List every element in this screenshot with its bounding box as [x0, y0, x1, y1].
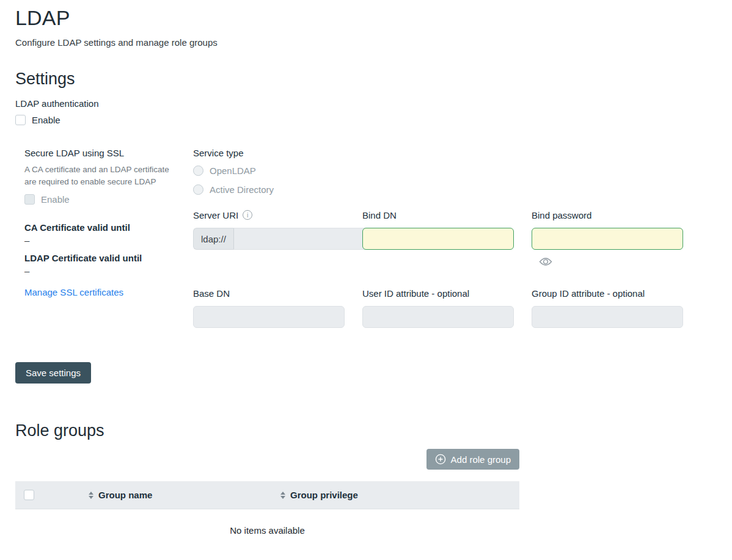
active-directory-radio-label: Active Directory [210, 184, 274, 195]
plus-circle-icon [435, 454, 446, 465]
server-uri-label: Server URI [193, 210, 238, 220]
server-uri-prefix: ldap:// [193, 228, 234, 250]
secure-ldap-enable-row: Enable [24, 193, 177, 205]
settings-grid: Secure LDAP using SSL A CA certificate a… [15, 148, 732, 328]
ldap-enable-row[interactable]: Enable [15, 114, 732, 126]
server-uri-input-group: ldap:// [193, 228, 345, 250]
sort-icon[interactable] [280, 492, 285, 499]
user-id-attribute-field-group: User ID attribute - optional [362, 286, 514, 328]
bind-dn-label-row: Bind DN [362, 208, 514, 222]
manage-ssl-certificates-link[interactable]: Manage SSL certificates [24, 287, 123, 297]
add-role-group-label: Add role group [451, 454, 511, 465]
group-id-attribute-field-group: Group ID attribute - optional [532, 286, 683, 328]
table-empty-message: No items available [15, 525, 519, 536]
sort-icon[interactable] [89, 492, 93, 499]
base-dn-label: Base DN [193, 288, 230, 299]
ldap-enable-label: Enable [32, 115, 60, 125]
role-groups-table-area: Add role group Group name Group privileg… [15, 449, 519, 536]
service-type-openldap-row: OpenLDAP [193, 164, 683, 177]
group-name-column-label: Group name [98, 490, 152, 500]
base-dn-input[interactable] [193, 306, 345, 328]
service-type-ad-row: Active Directory [193, 183, 683, 196]
role-groups-heading: Role groups [15, 421, 732, 440]
toggle-password-visibility-button[interactable] [539, 257, 552, 268]
ldap-cert-valid-label: LDAP Certificate valid until [24, 253, 177, 263]
bind-dn-input[interactable] [362, 228, 514, 250]
select-all-checkbox[interactable] [24, 490, 34, 500]
secure-ldap-enable-checkbox[interactable] [24, 194, 35, 205]
bind-password-field-group: Bind password [532, 208, 683, 269]
group-id-attribute-label: Group ID attribute - optional [532, 288, 645, 299]
info-icon[interactable] [243, 210, 252, 220]
service-type-label: Service type [193, 148, 683, 158]
secure-ldap-label: Secure LDAP using SSL [24, 148, 177, 158]
add-role-group-button[interactable]: Add role group [426, 449, 519, 470]
ldap-authentication-label: LDAP authentication [15, 98, 732, 109]
ldap-settings-form: Service type OpenLDAP Active Directory S… [193, 148, 683, 328]
bind-password-input[interactable] [532, 228, 683, 250]
group-privilege-column-header[interactable]: Group privilege [280, 490, 519, 500]
bind-dn-label: Bind DN [362, 210, 397, 220]
group-id-attribute-label-row: Group ID attribute - optional [532, 286, 683, 300]
service-type-block: Service type OpenLDAP Active Directory [193, 148, 683, 196]
active-directory-radio[interactable] [193, 184, 203, 195]
user-id-attribute-label-row: User ID attribute - optional [362, 286, 514, 300]
eye-icon [539, 257, 552, 266]
settings-heading: Settings [15, 70, 732, 89]
user-id-attribute-label: User ID attribute - optional [362, 288, 469, 299]
group-name-column-header[interactable]: Group name [89, 490, 280, 500]
bind-dn-field-group: Bind DN [362, 208, 514, 250]
secure-ldap-panel: Secure LDAP using SSL A CA certificate a… [24, 148, 177, 298]
page-subtitle: Configure LDAP settings and manage role … [15, 37, 732, 48]
base-dn-label-row: Base DN [193, 286, 345, 300]
user-id-attribute-input[interactable] [362, 306, 514, 328]
ca-cert-valid-label: CA Certificate valid until [24, 222, 177, 233]
form-row-2: Base DN User ID attribute - optional Gro… [193, 286, 683, 328]
select-all-cell [15, 490, 89, 500]
secure-ldap-helper-text: A CA certificate and an LDAP certificate… [24, 164, 177, 188]
openldap-radio[interactable] [193, 165, 203, 176]
server-uri-label-row: Server URI [193, 208, 345, 222]
save-settings-button[interactable]: Save settings [15, 362, 91, 384]
base-dn-field-group: Base DN [193, 286, 345, 328]
ldap-cert-valid-value: – [24, 266, 177, 276]
server-uri-input[interactable] [234, 228, 368, 250]
bind-password-label: Bind password [532, 210, 591, 220]
ldap-enable-checkbox[interactable] [15, 115, 26, 125]
server-uri-field-group: Server URI ldap:// [193, 208, 345, 250]
bind-password-label-row: Bind password [532, 208, 683, 222]
group-id-attribute-input[interactable] [532, 306, 683, 328]
ldap-page: LDAP Configure LDAP settings and manage … [0, 0, 732, 560]
secure-ldap-enable-label: Enable [41, 194, 70, 205]
role-groups-toolbar: Add role group [15, 449, 519, 470]
openldap-radio-label: OpenLDAP [210, 165, 256, 176]
page-title: LDAP [15, 6, 732, 30]
group-privilege-column-label: Group privilege [290, 490, 358, 500]
role-groups-table-header: Group name Group privilege [15, 481, 519, 509]
ca-cert-valid-value: – [24, 235, 177, 245]
form-row-1: Server URI ldap:// Bind DN [193, 208, 683, 269]
